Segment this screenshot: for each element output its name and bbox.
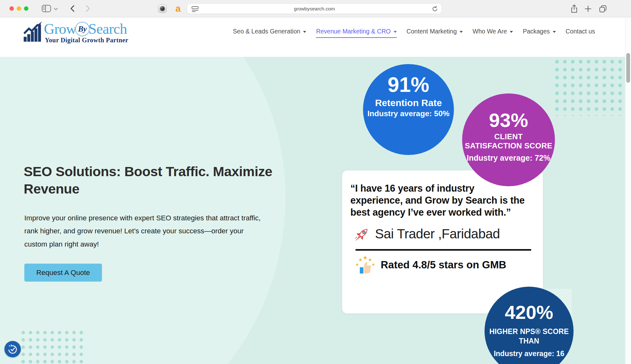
screen-recording-icon[interactable]	[158, 4, 167, 13]
chevron-down-icon	[510, 31, 513, 33]
close-window-button[interactable]	[9, 6, 14, 11]
nav-item-seo-leads[interactable]: Seo & Leads Generation	[233, 28, 307, 38]
back-button[interactable]	[69, 4, 77, 13]
dot-pattern-top-right	[553, 58, 624, 116]
scrollbar-track[interactable]	[625, 17, 631, 364]
background-swirl	[0, 57, 337, 364]
camera-lens-icon	[160, 6, 165, 11]
chevron-down-icon	[460, 31, 463, 33]
hero-section: SEO Solutions: Boost Traffic. Maximize R…	[0, 57, 625, 364]
address-bar[interactable]: growbysearch.com	[187, 3, 442, 14]
browser-window: a growbysearch.com	[0, 0, 631, 364]
dot-pattern-bottom-left	[20, 329, 86, 364]
reload-icon[interactable]	[432, 6, 438, 14]
page-title: SEO Solutions: Boost Traffic. Maximize R…	[24, 163, 308, 197]
stat-circle-retention: 91% Retention Rate Industry average: 50%	[363, 64, 454, 155]
chevron-down-icon	[553, 31, 556, 33]
nav-item-contact-us[interactable]: Contact us	[566, 28, 595, 38]
share-icon[interactable]	[570, 4, 578, 14]
forward-button[interactable]	[83, 4, 92, 13]
scrollbar-thumb[interactable]	[626, 53, 630, 83]
cookie-icon	[7, 344, 18, 355]
main-nav: Seo & Leads Generation Revenue Marketing…	[233, 28, 595, 38]
divider	[355, 249, 531, 251]
minimize-window-button[interactable]	[17, 6, 21, 11]
sidebar-chevron-down-icon[interactable]	[54, 7, 58, 11]
logo-barchart-icon	[24, 21, 42, 42]
nav-item-packages[interactable]: Packages	[523, 28, 556, 38]
hero-description: Improve your online presence with expert…	[24, 212, 318, 251]
browser-toolbar: a growbysearch.com	[0, 0, 631, 17]
logo-word-by: By	[75, 22, 90, 36]
logo-word-grow: Grow	[44, 21, 76, 36]
fullscreen-window-button[interactable]	[24, 6, 28, 11]
testimonial-author: Sai Trader ,Faridabad	[375, 226, 500, 242]
cookie-consent-button[interactable]	[4, 341, 21, 357]
nav-item-content-marketing[interactable]: Content Marketing	[407, 28, 463, 38]
rocket-icon	[355, 226, 370, 242]
thumbs-up-stars-icon	[354, 255, 376, 275]
url-text: growbysearch.com	[187, 6, 442, 12]
chevron-down-icon	[303, 31, 306, 33]
request-quote-button[interactable]: Request A Quote	[24, 264, 102, 282]
logo-tagline: Your Digital Growth Partner	[44, 37, 128, 44]
tab-overview-icon[interactable]	[599, 5, 607, 13]
amazon-extension-icon[interactable]: a	[174, 4, 182, 13]
nav-item-who-we-are[interactable]: Who We Are	[473, 28, 513, 38]
logo[interactable]: Grow By Search Your Digital Growth Partn…	[24, 21, 128, 44]
nav-item-revenue-marketing[interactable]: Revenue Marketing & CRO	[316, 28, 396, 38]
stat-circle-satisfaction: 93% CLIENT SATISFACTION SCORE Industry a…	[462, 93, 555, 186]
logo-word-search: Search	[88, 21, 127, 36]
site-header: Grow By Search Your Digital Growth Partn…	[0, 17, 631, 57]
sidebar-toggle-icon[interactable]	[42, 5, 51, 12]
new-tab-icon[interactable]	[584, 5, 592, 13]
chevron-down-icon	[394, 31, 397, 33]
testimonial-rating: Rated 4.8/5 stars on GMB	[381, 259, 506, 271]
